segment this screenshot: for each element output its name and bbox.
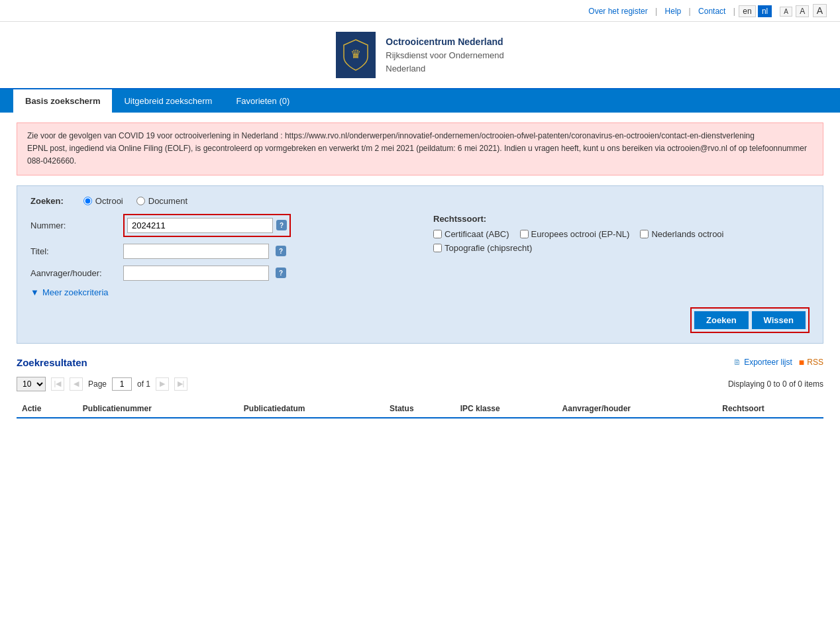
aanvrager-help-icon[interactable]: ? — [276, 268, 286, 278]
checkbox-nederlands-label: Nederlands octrooi — [651, 229, 723, 239]
main-content: Zie voor de gevolgen van COVID 19 voor o… — [0, 113, 840, 428]
titel-input[interactable] — [123, 244, 269, 259]
export-icon: 🗎 — [733, 358, 741, 367]
checkbox-certificaat-label: Certificaat (ABC) — [445, 229, 509, 239]
zoeken-label: Zoeken: — [30, 196, 64, 206]
aanvrager-label: Aanvrager/houder: — [30, 268, 117, 278]
radio-document-label: Document — [148, 196, 187, 206]
form-grid: Nummer: ? Titel: ? Aanvrager/houder: — [30, 214, 810, 297]
col-ipc-klasse: IPC klasse — [455, 400, 557, 418]
checkbox-topografie-label: Topografie (chipsrecht) — [445, 243, 532, 253]
titel-help-icon[interactable]: ? — [276, 246, 286, 256]
results-section: Zoekresultaten 🗎 Exporteer lijst ■ RSS 1… — [17, 357, 823, 418]
aanvrager-input[interactable] — [123, 266, 269, 281]
tab-basis-zoekscherm[interactable]: Basis zoekscherm — [13, 89, 112, 113]
logo-container: ♛ Octrooicentrum Nederland Rijksdienst v… — [336, 32, 503, 78]
font-large-button[interactable]: A — [813, 4, 827, 17]
svg-text:♛: ♛ — [350, 48, 361, 61]
aanvrager-row: Aanvrager/houder: ? — [30, 266, 407, 281]
rechtssoort-label: Rechtssoort: — [433, 214, 810, 224]
alert-line1: Zie voor de gevolgen van COVID 19 voor o… — [27, 130, 813, 142]
col-publicatiedatum: Publicatiedatum — [238, 400, 384, 418]
checkbox-row: Certificaat (ABC) Europees octrooi (EP-N… — [433, 229, 810, 253]
pagination-left: 10 25 50 |◀ ◀ Page of 1 ▶ ▶| — [17, 377, 187, 391]
checkbox-europees-label: Europees octrooi (EP-NL) — [531, 229, 630, 239]
font-medium-button[interactable]: A — [796, 5, 809, 17]
zoeken-button[interactable]: Zoeken — [694, 311, 749, 329]
chevron-down-icon: ▼ — [30, 287, 39, 297]
separator1: | — [655, 7, 657, 16]
radio-document-input[interactable] — [136, 197, 145, 205]
alert-box: Zie voor de gevolgen van COVID 19 voor o… — [17, 123, 823, 175]
col-status: Status — [384, 400, 455, 418]
page-header: ♛ Octrooicentrum Nederland Rijksdienst v… — [0, 22, 840, 89]
pagination-row: 10 25 50 |◀ ◀ Page of 1 ▶ ▶| Displaying … — [17, 373, 823, 395]
titel-row: Titel: ? — [30, 244, 407, 259]
titel-label: Titel: — [30, 246, 117, 256]
help-link[interactable]: Help — [665, 7, 682, 16]
logo-text: Octrooicentrum Nederland Rijksdienst voo… — [386, 35, 503, 75]
next-page-button[interactable]: ▶ — [156, 377, 169, 391]
shield-icon: ♛ — [342, 38, 369, 72]
page-label: Page — [88, 379, 107, 389]
col-rechtsoort: Rechtsoort — [717, 400, 823, 418]
lang-nl-button[interactable]: nl — [758, 5, 772, 17]
checkbox-topografie[interactable]: Topografie (chipsrecht) — [433, 243, 532, 253]
checkbox-europees[interactable]: Europees octrooi (EP-NL) — [520, 229, 630, 239]
radio-octrooi-label: Octrooi — [95, 196, 123, 206]
radio-octrooi[interactable]: Octrooi — [83, 196, 123, 206]
table-header-row: Actie Publicatienummer Publicatiedatum S… — [17, 400, 823, 418]
page-input[interactable] — [112, 377, 132, 391]
checkbox-topografie-input[interactable] — [433, 244, 442, 252]
results-title: Zoekresultaten — [17, 357, 87, 368]
col-publicatienummer: Publicatienummer — [78, 400, 238, 418]
checkbox-europees-input[interactable] — [520, 230, 529, 238]
org-name: Octrooicentrum Nederland — [386, 35, 503, 49]
over-register-link[interactable]: Over het register — [588, 7, 647, 16]
tab-uitgebreid-zoekscherm[interactable]: Uitgebreid zoekscherm — [112, 89, 224, 113]
checkbox-certificaat-input[interactable] — [433, 230, 442, 238]
nummer-label: Nummer: — [30, 221, 117, 230]
main-nav: Basis zoekscherm Uitgebreid zoekscherm F… — [0, 89, 840, 113]
radio-octrooi-input[interactable] — [83, 197, 92, 205]
results-actions: 🗎 Exporteer lijst ■ RSS — [733, 357, 823, 368]
table-header: Actie Publicatienummer Publicatiedatum S… — [17, 400, 823, 418]
rss-icon: ■ — [799, 357, 804, 368]
nummer-input[interactable] — [127, 218, 273, 233]
search-type-row: Zoeken: Octrooi Document — [30, 196, 810, 206]
checkbox-nederlands-input[interactable] — [640, 230, 649, 238]
form-left: Nummer: ? Titel: ? Aanvrager/houder: — [30, 214, 407, 297]
nummer-help-icon[interactable]: ? — [276, 220, 287, 230]
logo-shield: ♛ — [336, 32, 376, 78]
sub-line1: Rijksdienst voor Ondernemend — [386, 49, 503, 62]
col-actie: Actie — [17, 400, 78, 418]
checkbox-nederlands[interactable]: Nederlands octrooi — [640, 229, 723, 239]
form-right: Rechtssoort: Certificaat (ABC) Europees … — [433, 214, 810, 297]
alert-line2: EPNL post, ingediend via Online Filing (… — [27, 142, 813, 168]
tab-favorieten[interactable]: Favorieten (0) — [224, 89, 301, 113]
prev-page-button[interactable]: ◀ — [70, 377, 83, 391]
meer-criteria[interactable]: ▼ Meer zoekcriteria — [30, 287, 407, 297]
page-size-select[interactable]: 10 25 50 — [17, 377, 46, 391]
separator3: | — [733, 7, 735, 16]
separator2: | — [689, 7, 691, 16]
font-small-button[interactable]: A — [780, 7, 792, 17]
contact-link[interactable]: Contact — [698, 7, 725, 16]
export-link[interactable]: 🗎 Exporteer lijst — [733, 358, 792, 367]
lang-en-button[interactable]: en — [739, 5, 755, 17]
page-of: of 1 — [137, 379, 150, 389]
results-header: Zoekresultaten 🗎 Exporteer lijst ■ RSS — [17, 357, 823, 368]
wissen-button[interactable]: Wissen — [752, 311, 806, 329]
radio-document[interactable]: Document — [136, 196, 187, 206]
button-row-wrapper: Zoeken Wissen — [690, 307, 810, 333]
results-table: Actie Publicatienummer Publicatiedatum S… — [17, 400, 823, 418]
top-nav: Over het register | Help | Contact | en … — [0, 0, 840, 22]
checkbox-certificaat[interactable]: Certificaat (ABC) — [433, 229, 509, 239]
nummer-row: Nummer: ? — [30, 214, 407, 237]
last-page-button[interactable]: ▶| — [174, 377, 187, 391]
sub-line2: Nederland — [386, 62, 503, 75]
meer-criteria-label: Meer zoekcriteria — [42, 287, 109, 297]
rss-link[interactable]: ■ RSS — [799, 357, 823, 368]
export-label: Exporteer lijst — [744, 358, 792, 367]
first-page-button[interactable]: |◀ — [51, 377, 64, 391]
